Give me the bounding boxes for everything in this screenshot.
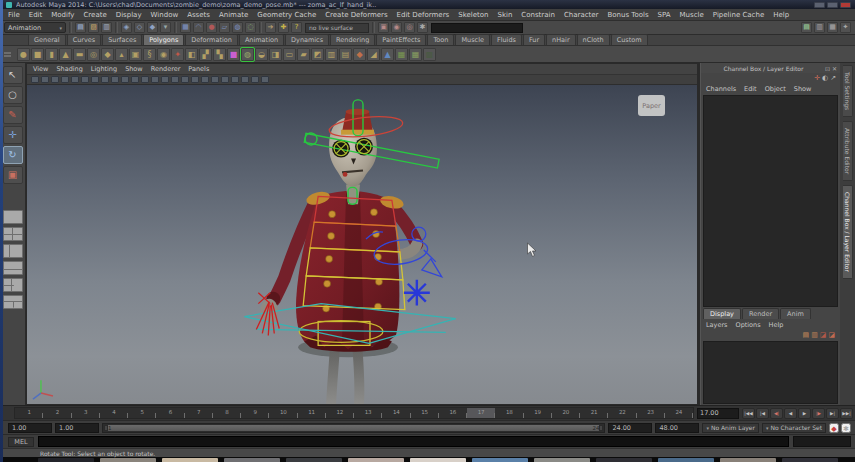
rotate-tool[interactable]: ↻ [3,146,23,164]
shelf-tab[interactable]: Custom [611,34,648,45]
layer-editor-tab[interactable]: Anim [780,308,811,319]
viewport-menu-item[interactable]: Renderer [151,65,181,73]
make-live-icon[interactable]: ◌ [245,22,256,33]
poly-soccer-ball-button[interactable]: ◉ [157,48,170,61]
step-back-key-button[interactable]: ◀| [770,408,783,419]
split-polygon-button[interactable]: ◩ [311,48,324,61]
shelf-tab[interactable]: nCloth [577,34,610,45]
shelf-tab[interactable]: Fluids [491,34,522,45]
shelf-tab[interactable]: Curves [67,34,102,45]
shelf-tab[interactable]: PaintEffects [376,34,426,45]
tool-settings-toggle-icon[interactable]: ▥ [814,22,825,33]
poly-helix-button[interactable]: § [143,48,156,61]
wireframe-on-shaded-icon[interactable] [121,76,129,83]
menubar-item[interactable]: SPA [658,11,671,19]
lasso-select-tool[interactable]: ○ [3,86,23,104]
camera-attributes-icon[interactable] [51,76,59,83]
field-chart-icon[interactable] [241,76,249,83]
menubar-item[interactable]: Create Deformers [325,11,387,19]
offset-edge-loop-button[interactable]: ▤ [339,48,352,61]
sidebar-vertical-tab[interactable]: Attribute Editor [843,121,853,181]
menubar-item[interactable]: Modify [51,11,74,19]
title-bar[interactable]: Autodesk Maya 2014: C:\Users\chad\Docume… [0,0,855,9]
render-view-icon[interactable]: ▣ [378,22,389,33]
video-thumb[interactable] [596,458,652,462]
new-scene-icon[interactable]: ▤ [75,22,86,33]
wireframe-icon[interactable] [101,76,109,83]
poly-pipe-button[interactable]: ▣ [129,48,142,61]
render-current-frame-icon[interactable]: ◉ [391,22,402,33]
menubar-item[interactable]: File [8,11,20,19]
layer-editor-menu-item[interactable]: Help [769,321,784,329]
maximize-button[interactable] [827,2,838,8]
subdiv-proxy-button[interactable]: ■ [227,48,240,61]
viewport-canvas[interactable]: Paper [27,85,697,404]
select-camera-icon[interactable] [31,76,39,83]
bevel-button[interactable]: ◆ [353,48,366,61]
step-forward-frame-button[interactable]: ▶| [826,408,839,419]
layer-editor-tab[interactable]: Render [742,308,779,319]
layout-single-persp-button[interactable] [3,210,23,224]
textured-icon[interactable] [131,76,139,83]
show-manips-icon[interactable]: ✛ [814,74,820,82]
minimize-button[interactable] [814,2,825,8]
select-object-icon[interactable]: ◇ [134,22,145,33]
snap-to-plane-icon[interactable]: ▱ [219,22,230,33]
uv-checker-button[interactable]: ▦ [409,48,422,61]
video-thumb[interactable] [100,458,156,462]
insert-edge-loop-button[interactable]: ▥ [325,48,338,61]
screen-space-ao-icon[interactable] [161,76,169,83]
quad-draw-button[interactable]: ▲ [381,48,394,61]
anim-layer-dropdown[interactable]: ▾ No Anim Layer [702,423,759,433]
layer-editor-menu-item[interactable]: Layers [706,321,728,329]
channel-speed-icon[interactable]: ↗ [830,74,836,82]
resolution-gate-icon[interactable] [221,76,229,83]
snap-to-grid-icon[interactable]: ▦ [180,22,191,33]
viewport-menu-item[interactable]: Lighting [91,65,117,73]
shelf-tab[interactable]: General [28,34,66,45]
smooth-shade-all-icon[interactable] [111,76,119,83]
go-to-end-button[interactable]: ▶▶| [840,408,853,419]
layer-editor-menu-item[interactable]: Options [736,321,761,329]
video-thumb[interactable] [720,458,776,462]
live-surface-field[interactable]: no live surface [305,23,369,33]
character-set-dropdown[interactable]: ▾ No Character Set [762,423,826,433]
viewport-menu-item[interactable]: Shading [56,65,82,73]
append-polygon-button[interactable]: ▰ [297,48,310,61]
video-thumb[interactable] [286,458,342,462]
mel-command-input[interactable] [38,436,789,447]
gate-mask-icon[interactable] [231,76,239,83]
play-backwards-button[interactable]: ◀ [784,408,797,419]
quick-selection-input[interactable] [431,23,523,33]
layout-hypershade-persp-button[interactable] [3,278,23,292]
open-scene-icon[interactable]: ▨ [88,22,99,33]
close-button[interactable] [840,2,851,8]
input-connections-icon[interactable]: ➔ [265,22,276,33]
snap-to-curve-icon[interactable]: ◠ [193,22,204,33]
playback-start-field[interactable] [55,423,99,433]
mirror-geometry-button[interactable]: ◧ [185,48,198,61]
create-layer-from-selected-button[interactable]: ◪ [828,331,835,339]
channel-box-toggle-icon[interactable]: ▦ [827,22,838,33]
channel-box-menu-item[interactable]: Channels [706,85,736,93]
shelf-tab[interactable]: Rendering [330,34,375,45]
safe-title-icon[interactable] [261,76,269,83]
sidebar-vertical-tab[interactable]: Channel Box / Layer Editor [843,185,853,279]
combine-button[interactable]: ▞ [199,48,212,61]
auto-keyframe-toggle[interactable]: ◆ [829,423,839,433]
range-end-handle[interactable] [599,425,603,431]
shelf-tab[interactable]: Toon [427,34,454,45]
menubar-item[interactable]: Bonus Tools [607,11,648,19]
layer-editor-tab[interactable]: Display [703,308,741,319]
poly-cone-button[interactable]: ▲ [59,48,72,61]
sidebar-vertical-tab[interactable]: Tool Settings [843,65,853,117]
select-hierarchy-icon[interactable]: ◈ [121,22,132,33]
poly-prism-button[interactable]: ◆ [101,48,114,61]
video-thumb[interactable] [658,458,714,462]
poly-cube-button[interactable]: ■ [31,48,44,61]
lock-camera-icon[interactable] [41,76,49,83]
video-thumb[interactable] [534,458,590,462]
render-settings-icon[interactable]: ✱ [417,22,428,33]
menubar-item[interactable]: Muscle [680,11,704,19]
bookmarks-icon[interactable] [61,76,69,83]
